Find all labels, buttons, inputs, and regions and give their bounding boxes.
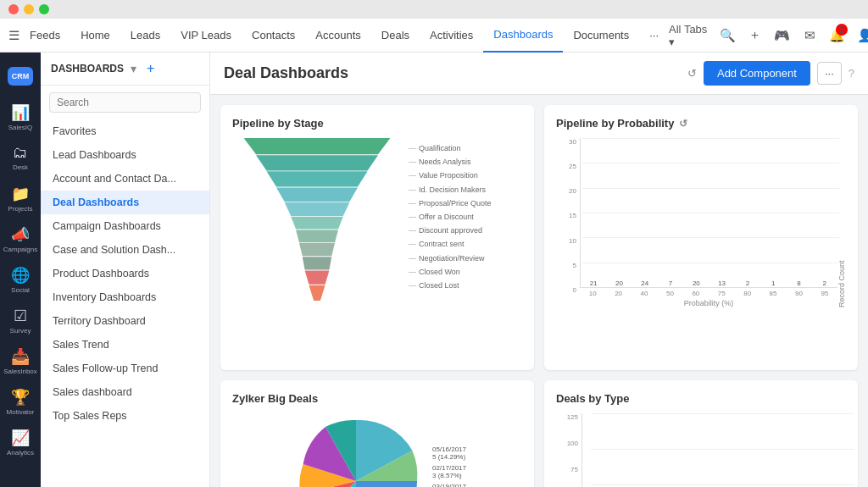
add-component-button[interactable]: Add Component	[704, 61, 810, 86]
stage-label-7: Contract sent	[409, 237, 510, 251]
email-icon[interactable]: ✉	[799, 24, 820, 47]
funnel-svg	[232, 138, 402, 341]
sidebar-analytics[interactable]: 📈 Analytics	[0, 422, 41, 462]
sidebar-projects[interactable]: 📁 Projects	[0, 178, 41, 219]
svg-marker-8	[303, 257, 332, 269]
bar-col-10: 21	[582, 279, 604, 287]
nav-documents[interactable]: Documents	[563, 19, 639, 53]
stage-label-3: Id. Decision Makers	[409, 183, 510, 196]
dashboards-dropdown-icon[interactable]: ▾	[131, 62, 136, 75]
sidebar-desk[interactable]: 🗂 Desk	[0, 137, 41, 178]
add-icon[interactable]: ＋	[744, 24, 765, 47]
pie-chart-svg	[288, 413, 424, 487]
topnav-right-actions: All Tabs ▾ 🔍 ＋ 🎮 ✉ 🔔 9 👤	[669, 23, 868, 48]
nav-lead-dashboards[interactable]: Lead Dashboards	[41, 143, 209, 167]
nav-account-contact[interactable]: Account and Contact Da...	[41, 167, 209, 191]
svg-marker-2	[266, 171, 367, 186]
stage-label-6: Discount approved	[409, 224, 510, 237]
nav-home[interactable]: Home	[70, 19, 120, 53]
search-icon[interactable]: 🔍	[717, 24, 737, 47]
funnel-chart: Qualification Needs Analysis Value Propo…	[232, 138, 522, 358]
all-tabs-dropdown[interactable]: All Tabs ▾	[669, 23, 710, 48]
bar-col-60: 20	[685, 279, 707, 287]
nav-dashboards[interactable]: Dashboards	[483, 19, 563, 53]
sidebar-salesiq[interactable]: 📊 SalesIQ	[0, 97, 41, 137]
notification-icon[interactable]: 🔔 9	[827, 24, 848, 47]
more-options-button[interactable]: ···	[817, 62, 842, 85]
deals-type-chart: 125 100 75 50 25 0	[556, 413, 846, 487]
pipeline-by-probability-card: Pipeline by Probability ↺ 30 25 20 15 10…	[544, 105, 858, 370]
main-content: Deal Dashboards ↺ Add Component ··· ? Pi…	[210, 53, 868, 487]
nav-contacts[interactable]: Contacts	[242, 19, 305, 53]
main-actions: ↺ Add Component ··· ?	[687, 61, 854, 86]
prob-chart-container: 30 25 20 15 10 5 0	[556, 138, 846, 307]
bar-col-90: 8	[787, 279, 810, 287]
svg-marker-3	[276, 188, 358, 202]
nav-more[interactable]: ···	[639, 19, 669, 53]
refresh-icon[interactable]: ↺	[687, 67, 697, 80]
deals-bars: 97	[581, 413, 846, 487]
nav-inventory-dashboards[interactable]: Inventory Dashboards	[41, 285, 209, 309]
stage-label-8: Negotiation/Review	[409, 252, 510, 265]
nav-territory-dashboard[interactable]: Territory Dashboard	[41, 309, 209, 333]
svg-marker-1	[256, 155, 378, 170]
nav-deals[interactable]: Deals	[371, 19, 420, 53]
deals-by-type-card: Deals by Type 125 100 75 50 25 0	[544, 380, 858, 487]
sidebar-social[interactable]: 🌐 Social	[0, 259, 41, 300]
prob-refresh-icon[interactable]: ↺	[679, 118, 687, 130]
svg-marker-9	[305, 270, 330, 284]
svg-marker-7	[299, 243, 335, 256]
bar-col-85: 1	[762, 279, 784, 287]
deals-y-axis: 125 100 75 50 25 0	[556, 413, 581, 487]
left-panel-header: DASHBOARDS ▾ +	[41, 53, 209, 86]
nav-vip-leads[interactable]: VIP Leads	[170, 19, 242, 53]
main-layout: CRM 📊 SalesIQ 🗂 Desk 📁 Projects 📣 Campai…	[0, 53, 868, 487]
nav-leads[interactable]: Leads	[120, 19, 170, 53]
nav-sales-followup[interactable]: Sales Follow-up Trend	[41, 357, 209, 380]
nav-sales-dashboard[interactable]: Sales dashboard	[41, 380, 209, 404]
top-navigation: ☰ Feeds Home Leads VIP Leads Contacts Ac…	[0, 19, 868, 53]
nav-activities[interactable]: Activities	[420, 19, 483, 53]
main-header: Deal Dashboards ↺ Add Component ··· ?	[210, 53, 868, 95]
search-container	[41, 86, 209, 119]
sidebar-crm[interactable]: CRM	[0, 56, 41, 97]
crm-logo: CRM	[8, 67, 33, 86]
help-icon[interactable]: ?	[849, 67, 854, 80]
left-panel: DASHBOARDS ▾ + Favorites Lead Dashboards…	[41, 53, 210, 487]
avatar[interactable]: 👤	[854, 24, 868, 47]
svg-marker-0	[244, 138, 391, 154]
nav-accounts[interactable]: Accounts	[305, 19, 370, 53]
bar-col-50: 7	[659, 279, 682, 287]
stage-label-10: Closed Lost	[409, 279, 510, 292]
nav-case-solution[interactable]: Case and Solution Dash...	[41, 238, 209, 262]
bar-col-75: 13	[710, 279, 732, 287]
nav-product-dashboards[interactable]: Product Dashboards	[41, 262, 209, 285]
close-button[interactable]	[8, 4, 19, 14]
nav-favorites[interactable]: Favorites	[41, 119, 209, 143]
menu-icon[interactable]: ☰	[8, 24, 19, 47]
sidebar-motivator[interactable]: 🏆 Motivator	[0, 381, 41, 422]
pie-chart-container: 05/16/20175 (14.29%) 02/17/20173 (8.57%)…	[232, 413, 522, 487]
funnel-labels: Qualification Needs Analysis Value Propo…	[409, 138, 510, 358]
maximize-button[interactable]	[39, 4, 49, 14]
svg-marker-5	[291, 217, 342, 229]
dashboards-label: DASHBOARDS	[51, 63, 124, 75]
stage-label-1: Needs Analysis	[409, 155, 510, 169]
nav-campaign-dashboards[interactable]: Campaign Dashboards	[41, 214, 209, 238]
sidebar-salesinbox[interactable]: 📥 SalesInbox	[0, 340, 41, 381]
minimize-button[interactable]	[24, 4, 34, 14]
page-title: Deal Dashboards	[224, 64, 687, 82]
pie-legend: 05/16/20175 (14.29%) 02/17/20173 (8.57%)…	[432, 445, 466, 487]
nav-deal-dashboards[interactable]: Deal Dashboards	[41, 191, 209, 214]
search-input[interactable]	[49, 92, 201, 113]
gamepad-icon[interactable]: 🎮	[772, 24, 793, 47]
nav-sales-trend[interactable]: Sales Trend	[41, 333, 209, 357]
add-dashboard-icon[interactable]: +	[147, 61, 154, 76]
zylker-big-deals-title: Zylker Big Deals	[232, 392, 522, 405]
svg-marker-6	[296, 230, 338, 241]
nav-feeds[interactable]: Feeds	[19, 19, 70, 53]
nav-top-sales-reps[interactable]: Top Sales Reps	[41, 404, 209, 428]
sidebar-campaigns[interactable]: 📣 Campaigns	[0, 219, 41, 259]
sidebar-survey[interactable]: ☑ Survey	[0, 300, 41, 340]
zylker-big-deals-card: Zylker Big Deals 05/16/20175	[220, 380, 534, 487]
